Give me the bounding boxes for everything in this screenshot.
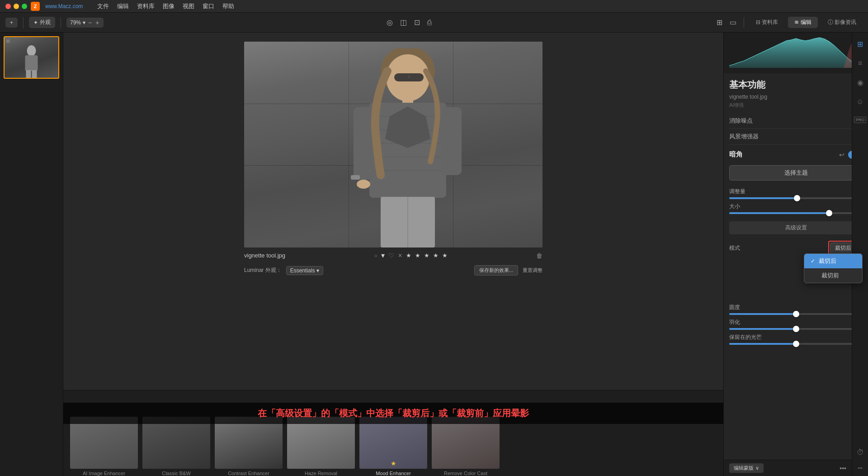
edit-icon: ≋ bbox=[794, 19, 799, 25]
preview-toggle-button[interactable]: ◎ bbox=[385, 16, 395, 29]
tab-info[interactable]: ⓘ 影像资讯 bbox=[821, 17, 863, 28]
reset-adjustment-button[interactable]: 重置调整 bbox=[523, 267, 542, 274]
mode-value: 裁切后 bbox=[835, 244, 851, 252]
slider-fill bbox=[729, 212, 829, 214]
tab-edit[interactable]: ≋ 编辑 bbox=[788, 17, 817, 28]
size-slider-row: 大小 75 bbox=[729, 203, 863, 214]
feather-slider[interactable] bbox=[729, 328, 863, 330]
menu-library[interactable]: 资料库 bbox=[137, 2, 155, 10]
star-1[interactable]: ★ bbox=[406, 252, 411, 259]
color-icon[interactable]: ◉ bbox=[855, 76, 865, 89]
chevron-down-icon: ▾ bbox=[83, 19, 85, 26]
highlight-slider[interactable] bbox=[729, 343, 863, 345]
face-icon[interactable]: ☺ bbox=[854, 96, 865, 108]
zoom-in-button[interactable]: + bbox=[94, 19, 100, 26]
dropdown-item-before[interactable]: 裁切前 bbox=[804, 268, 862, 283]
star-5[interactable]: ★ bbox=[442, 252, 448, 259]
edit-mask-button[interactable]: 编辑蒙版 ∨ bbox=[729, 463, 764, 473]
library-icon: ⊟ bbox=[756, 19, 760, 25]
bottom-bar: vignette tool.jpg ○ ▾ ♡ ✕ ★ ★ ★ ★ ★ 🗑 bbox=[244, 248, 542, 263]
appearance-button[interactable]: ✦ 外观 bbox=[29, 17, 55, 28]
menu-edit[interactable]: 编辑 bbox=[117, 2, 129, 10]
flag-button[interactable]: ○ bbox=[374, 252, 377, 259]
undo-button[interactable]: ↩ bbox=[839, 151, 844, 158]
slider-thumb bbox=[826, 210, 832, 216]
slider-thumb bbox=[793, 326, 799, 332]
menu-image[interactable]: 图像 bbox=[163, 2, 175, 10]
filmstrip-item[interactable]: ⊟ bbox=[4, 36, 59, 79]
tab-library[interactable]: ⊟ 资料库 bbox=[750, 17, 784, 28]
zoom-out-button[interactable]: − bbox=[87, 19, 93, 26]
star-2[interactable]: ★ bbox=[415, 252, 420, 259]
adjustment-slider-row: 调整量 51 bbox=[729, 188, 863, 199]
size-slider[interactable] bbox=[729, 212, 863, 214]
layers-icon[interactable]: ⊞ bbox=[855, 38, 865, 50]
preview-thumbnail bbox=[432, 417, 500, 469]
rating-area: ○ ▾ ♡ ✕ ★ ★ ★ ★ ★ bbox=[374, 251, 447, 260]
maximize-button[interactable] bbox=[22, 4, 27, 9]
preview-label: Contrast Enhancer bbox=[228, 471, 269, 476]
panel-section-title: 基本功能 bbox=[729, 79, 863, 91]
histogram-chart bbox=[729, 36, 863, 68]
preview-thumbnail bbox=[70, 417, 138, 469]
save-effect-button[interactable]: 保存新的效果... bbox=[474, 265, 518, 276]
list-item[interactable]: Contrast Enhancer bbox=[212, 417, 285, 476]
menu-file[interactable]: 文件 bbox=[97, 2, 109, 10]
preview-label: Haze Removal bbox=[305, 471, 337, 476]
svg-point-21 bbox=[357, 180, 370, 189]
slider-thumb bbox=[793, 311, 799, 317]
heart-button[interactable]: ♡ bbox=[388, 252, 394, 259]
preview-thumbnail bbox=[142, 417, 210, 469]
denoise-label: 消除噪点 bbox=[729, 117, 753, 125]
denoise-tool-row[interactable]: 消除噪点 bbox=[729, 113, 863, 129]
look-label: Luminar 外观： bbox=[244, 267, 282, 274]
list-item[interactable]: Haze Removal bbox=[285, 417, 357, 476]
list-item[interactable]: ★ Mood Enhancer bbox=[357, 417, 429, 476]
preview-label: Mood Enhancer bbox=[376, 471, 411, 476]
trash-button[interactable]: 🗑 bbox=[536, 252, 542, 259]
crop-button[interactable]: ⊡ bbox=[412, 16, 422, 29]
slider-fill bbox=[729, 197, 797, 199]
preview-label: AI Image Enhancer bbox=[83, 471, 125, 476]
star-4[interactable]: ★ bbox=[433, 252, 439, 259]
dropdown-item-after[interactable]: ✓ 裁切后 bbox=[804, 254, 862, 268]
menu-window[interactable]: 窗口 bbox=[203, 2, 214, 10]
look-preset-select[interactable]: Essentials ▾ bbox=[286, 266, 323, 275]
add-button[interactable]: + bbox=[5, 18, 18, 28]
highlight-label: 保留在的光芒 bbox=[729, 333, 762, 341]
share-button[interactable]: ⎙ bbox=[425, 17, 434, 29]
reject-button[interactable]: ✕ bbox=[398, 252, 402, 259]
dropdown-item-label: 裁切后 bbox=[819, 257, 836, 265]
adjustments-icon[interactable]: ≡ bbox=[856, 57, 864, 69]
preview-thumbnail bbox=[287, 417, 355, 469]
list-item[interactable]: Classic B&W bbox=[140, 417, 212, 476]
roundness-slider[interactable] bbox=[729, 313, 863, 315]
panel-more-button[interactable]: ••• bbox=[858, 466, 863, 471]
adjustment-slider[interactable] bbox=[729, 197, 863, 199]
select-subject-button[interactable]: 选择主题 bbox=[729, 165, 863, 181]
star-3[interactable]: ★ bbox=[424, 252, 429, 259]
rating-separator: ▾ bbox=[381, 251, 385, 260]
feather-label: 羽化 bbox=[729, 319, 740, 326]
close-button[interactable] bbox=[5, 4, 11, 9]
minimize-button[interactable] bbox=[14, 4, 19, 9]
landscape-tool-row[interactable]: 风景增强器 bbox=[729, 129, 863, 145]
list-item[interactable]: Remove Color Cast bbox=[429, 417, 502, 476]
menu-view[interactable]: 视图 bbox=[183, 2, 194, 10]
more-options-button[interactable]: ••• bbox=[840, 465, 846, 472]
histogram-area bbox=[724, 33, 868, 73]
panel-content: 基本功能 vignette tool.jpg AI增强 消除噪点 风景增强器 暗… bbox=[724, 73, 868, 476]
split-view-button[interactable]: ◫ bbox=[398, 16, 409, 29]
zoom-value: 79% bbox=[70, 19, 81, 26]
history-icon[interactable]: ⏱ bbox=[855, 447, 866, 458]
svg-rect-3 bbox=[32, 70, 37, 78]
single-view-button[interactable]: ▭ bbox=[728, 16, 738, 29]
menu-help[interactable]: 帮助 bbox=[222, 2, 234, 10]
grid-view-button[interactable]: ⊞ bbox=[715, 16, 724, 29]
advanced-settings-button[interactable]: 高级设置 bbox=[729, 221, 863, 234]
adjust-icon: ⊟ bbox=[6, 39, 10, 43]
pro-badge: PRO bbox=[854, 117, 867, 123]
list-item[interactable]: AI Image Enhancer bbox=[68, 417, 140, 476]
annotation-text: 在「高级设置」的「模式」中选择「裁剪后」或「裁剪前」应用晕影 bbox=[77, 407, 710, 419]
dropdown-item-label: 裁切前 bbox=[821, 271, 839, 280]
